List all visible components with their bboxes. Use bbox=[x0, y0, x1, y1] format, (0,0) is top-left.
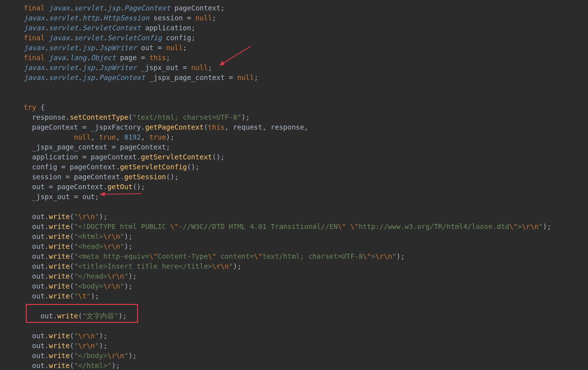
code-line[interactable]: out = pageContext.getOut(); bbox=[7, 182, 588, 192]
code-line[interactable] bbox=[7, 301, 588, 311]
code-line[interactable]: response.setContentType("text/html; char… bbox=[7, 112, 588, 122]
code-line[interactable]: out.write("<meta http-equiv=\"Content-Ty… bbox=[7, 251, 588, 261]
code-line[interactable] bbox=[7, 82, 588, 92]
code-line[interactable]: out.write("<html>\r\n"); bbox=[7, 231, 588, 241]
code-line[interactable]: null, true, 8192, true); bbox=[7, 132, 588, 142]
code-line[interactable]: final javax.servlet.ServletConfig config… bbox=[7, 33, 588, 43]
code-line[interactable]: out.write("\t"); bbox=[7, 291, 588, 301]
code-line[interactable]: out.write("\r\n"); bbox=[7, 212, 588, 222]
code-line[interactable]: _jspx_out = out; bbox=[7, 192, 588, 202]
code-line[interactable]: _jspx_page_context = pageContext; bbox=[7, 142, 588, 152]
code-line[interactable]: config = pageContext.getServletConfig(); bbox=[7, 162, 588, 172]
code-line[interactable]: session = pageContext.getSession(); bbox=[7, 172, 588, 182]
code-line[interactable]: out.write("</head>\r\n"); bbox=[7, 271, 588, 281]
code-line[interactable]: final javax.servlet.jsp.PageContext page… bbox=[7, 3, 588, 13]
code-line[interactable]: javax.servlet.ServletContext application… bbox=[7, 23, 588, 33]
code-line[interactable]: out.write("<title>Insert title here</tit… bbox=[7, 261, 588, 271]
code-editor[interactable]: final javax.servlet.jsp.PageContext page… bbox=[0, 0, 588, 370]
code-line[interactable]: out.write("<!DOCTYPE html PUBLIC \"-//W3… bbox=[7, 222, 588, 231]
code-line[interactable] bbox=[7, 202, 588, 212]
code-line[interactable]: pageContext = _jspxFactory.getPageContex… bbox=[7, 122, 588, 132]
code-line[interactable] bbox=[7, 92, 588, 102]
code-line[interactable]: out.write("</html>"); bbox=[7, 361, 588, 370]
code-line[interactable]: javax.servlet.jsp.JspWriter _jspx_out = … bbox=[7, 63, 588, 73]
code-line[interactable]: out.write("</body>\r\n"); bbox=[7, 351, 588, 361]
code-line[interactable]: try { bbox=[7, 102, 588, 112]
code-line[interactable]: out.write("\r\n"); bbox=[7, 341, 588, 351]
code-line[interactable] bbox=[7, 321, 588, 331]
code-line[interactable]: javax.servlet.http.HttpSession session =… bbox=[7, 13, 588, 23]
code-line[interactable]: javax.servlet.jsp.JspWriter out = null; bbox=[7, 43, 588, 53]
code-line[interactable]: out.write("\r\n"); bbox=[7, 331, 588, 341]
code-line[interactable]: javax.servlet.jsp.PageContext _jspx_page… bbox=[7, 73, 588, 82]
code-line[interactable]: out.write("<body>\r\n"); bbox=[7, 281, 588, 291]
code-line[interactable]: out.write("文字内容"); bbox=[7, 311, 588, 321]
code-line[interactable]: final java.lang.Object page = this; bbox=[7, 53, 588, 63]
code-line[interactable]: application = pageContext.getServletCont… bbox=[7, 152, 588, 162]
code-line[interactable]: out.write("<head>\r\n"); bbox=[7, 241, 588, 251]
